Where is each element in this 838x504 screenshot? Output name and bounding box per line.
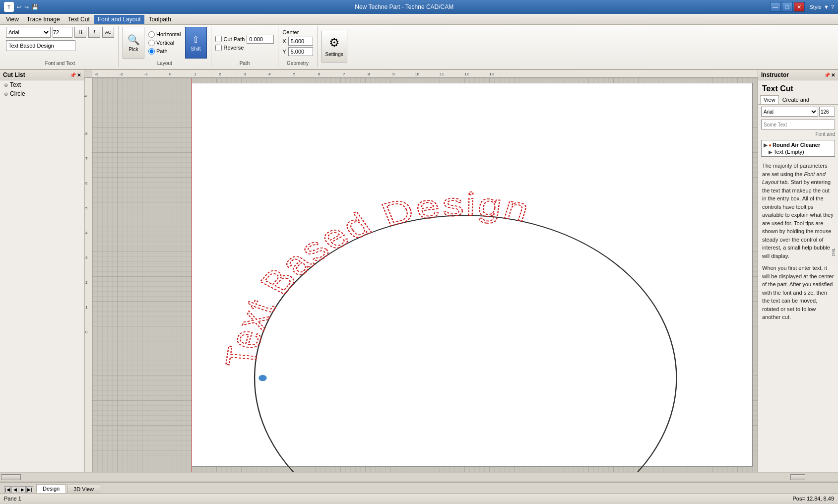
- cutlist-item-circle[interactable]: ⊕ Circle: [0, 89, 84, 98]
- reverse-checkbox[interactable]: [215, 45, 222, 51]
- bottom-area: |◀ ◀ ▶ ▶| Design 3D View: [0, 472, 838, 493]
- svg-text:-2: -2: [120, 72, 124, 76]
- titlebar-title: New Techne Part - Techne CAD/CAM: [355, 3, 453, 10]
- main-canvas-svg: Text Based Design: [92, 78, 758, 472]
- right-scroll-thumb[interactable]: [790, 474, 805, 480]
- scroll-thumb[interactable]: [1, 474, 21, 480]
- tab-nav-prev[interactable]: ◀: [11, 486, 18, 493]
- tab-nav-last[interactable]: ▶|: [26, 486, 33, 493]
- svg-text:11: 11: [440, 72, 444, 76]
- instructor-tab-create[interactable]: Create and: [779, 95, 813, 104]
- app-icon: T: [4, 2, 14, 12]
- path-options: Cut Path Reverse: [215, 35, 274, 51]
- tree-parent-item[interactable]: ▶ ● Round Air Cleaner: [763, 141, 834, 148]
- menu-trace-image[interactable]: Trace Image: [23, 15, 64, 24]
- vertical-option[interactable]: Vertical: [148, 40, 181, 46]
- maximize-button[interactable]: □: [782, 2, 793, 12]
- path-controls: Cut Path Reverse: [215, 27, 274, 59]
- titlebar-controls: — □ ✕ Style ▼ ?: [770, 2, 834, 12]
- svg-text:9: 9: [84, 95, 88, 98]
- layout-group: 🔍 Pick Horizontal Vertical Path: [119, 26, 211, 67]
- instructor-text-input[interactable]: [761, 120, 835, 129]
- menu-font-layout[interactable]: Font and Layout: [94, 15, 145, 24]
- instructor-description: The majority of parameters are set using…: [758, 159, 838, 328]
- expand-text-icon: ⊕: [4, 82, 8, 88]
- font-text-group: Arial B I AC Font and Text: [2, 26, 119, 67]
- svg-text:2: 2: [85, 280, 88, 285]
- svg-text:Text Based Design: Text Based Design: [217, 186, 535, 369]
- horizontal-ruler: -3 -2 -1 0 1 2 3 4 5 6 7 8 9 10 11 12 13: [92, 70, 758, 78]
- menu-text-cut[interactable]: Text Cut: [64, 15, 94, 24]
- canvas-drawing-area[interactable]: Text Based Design: [92, 78, 758, 472]
- pick-button[interactable]: 🔍 Pick: [123, 27, 144, 59]
- path-group: Cut Path Reverse Path: [211, 26, 279, 67]
- instructor-tab-view[interactable]: View: [760, 95, 779, 104]
- quick-access-undo[interactable]: ↩: [17, 4, 21, 10]
- instructor-pin-icon[interactable]: 📌: [824, 72, 830, 78]
- ruler-corner: [84, 70, 92, 78]
- style-menu[interactable]: Style ▼ ?: [810, 2, 834, 12]
- shift-button[interactable]: ⇧ Shift: [185, 27, 207, 59]
- ribbon-content: Arial B I AC Font and Text: [0, 25, 838, 69]
- instructor-panel: Instructor 📌 ✕ Text Cut View Create and …: [758, 70, 838, 472]
- settings-button[interactable]: ⚙ Settings: [322, 31, 347, 63]
- svg-text:0: 0: [169, 72, 172, 76]
- instructor-close-icon[interactable]: ✕: [831, 72, 835, 78]
- tab-design[interactable]: Design: [36, 484, 66, 493]
- titlebar: T ↩ ↪ 💾 New Techne Part - Techne CAD/CAM…: [0, 0, 838, 14]
- help-icon[interactable]: ?: [831, 4, 834, 10]
- expand-circle-icon: ⊕: [4, 91, 8, 97]
- close-button[interactable]: ✕: [794, 2, 805, 12]
- horizontal-scrollbar[interactable]: [0, 473, 758, 481]
- hscroll-bar: [0, 472, 838, 482]
- cutlist-pin-icon[interactable]: 📌: [70, 72, 76, 78]
- font-selector[interactable]: Arial: [6, 27, 51, 38]
- path-option[interactable]: Path: [148, 48, 181, 55]
- y-input[interactable]: [288, 47, 313, 56]
- instructor-para-2: When you first enter text, it will be di…: [762, 264, 834, 321]
- y-row: Y: [282, 47, 313, 56]
- instructor-font-row: Arial: [758, 105, 838, 119]
- pick-shift-btns: 🔍 Pick: [123, 27, 144, 59]
- quick-access-redo[interactable]: ↪: [24, 4, 29, 10]
- tabbar: |◀ ◀ ▶ ▶| Design 3D View: [0, 482, 838, 493]
- minimize-button[interactable]: —: [770, 2, 781, 12]
- svg-text:6: 6: [318, 72, 321, 76]
- instructor-font-and-label: Font and: [758, 130, 838, 138]
- cut-path-checkbox[interactable]: [215, 36, 222, 42]
- svg-text:12: 12: [464, 72, 469, 76]
- menu-view[interactable]: View: [2, 15, 23, 24]
- italic-button[interactable]: I: [88, 27, 100, 38]
- x-input[interactable]: [288, 37, 313, 46]
- main-area: Cut List 📌 ✕ ⊕ Text ⊕ Circle -3 -2 -1: [0, 70, 838, 472]
- allcaps-button[interactable]: AC: [102, 27, 114, 38]
- cutlist-close-icon[interactable]: ✕: [77, 72, 81, 78]
- cutlist-item-text[interactable]: ⊕ Text: [0, 80, 84, 89]
- ribbon: Arial B I AC Font and Text: [0, 25, 838, 70]
- tree-child-item[interactable]: ▶ Text (Empty): [763, 148, 834, 155]
- svg-text:5: 5: [293, 72, 296, 76]
- quick-access-save[interactable]: 💾: [32, 4, 39, 10]
- font-layout-italic: Font and Layout: [762, 171, 826, 186]
- tab-3dview[interactable]: 3D View: [67, 485, 100, 493]
- instructor-size-input[interactable]: [819, 107, 835, 117]
- horizontal-option[interactable]: Horizontal: [148, 31, 181, 38]
- layout-label: Layout: [157, 59, 172, 66]
- right-scrollbar[interactable]: [758, 473, 838, 481]
- bold-button[interactable]: B: [74, 27, 86, 38]
- tree-rotated-label: Text: [832, 248, 837, 256]
- titlebar-left: T ↩ ↪ 💾: [4, 2, 39, 12]
- tree-expand-icon: ▶: [764, 142, 768, 148]
- instructor-font-selector[interactable]: Arial: [761, 107, 818, 117]
- path-value-input[interactable]: [247, 35, 274, 44]
- menu-toolpath[interactable]: Toolpath: [144, 15, 175, 24]
- position-display: Pos= 12.84, 8.49: [793, 496, 834, 502]
- text-content-input[interactable]: [6, 40, 75, 51]
- svg-text:0: 0: [85, 330, 88, 334]
- font-size-input[interactable]: [53, 27, 72, 38]
- settings-label: Settings: [325, 52, 343, 57]
- svg-text:-1: -1: [144, 72, 148, 76]
- tab-nav-first[interactable]: |◀: [4, 486, 11, 493]
- tab-nav-next[interactable]: ▶: [19, 486, 26, 493]
- tree-child-icon: ▶: [769, 149, 773, 155]
